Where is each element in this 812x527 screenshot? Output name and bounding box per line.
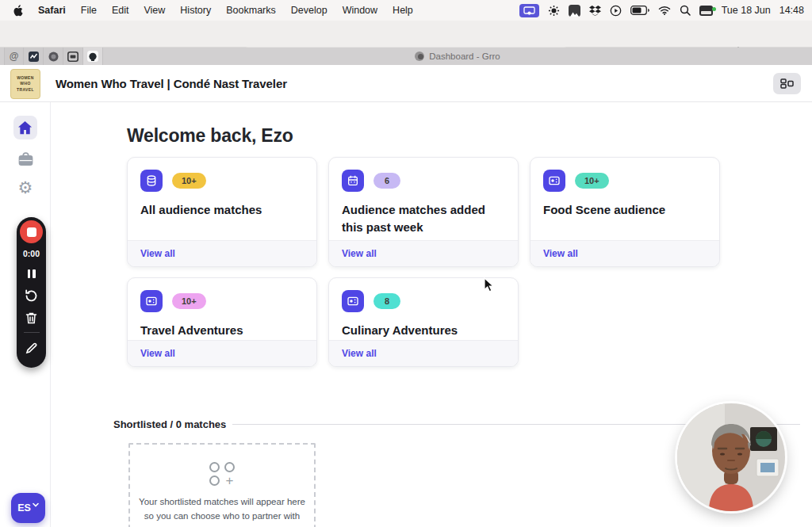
wifi-icon[interactable] [658,6,671,15]
settings-gear-icon[interactable] [548,5,560,17]
count-badge: 10+ [172,173,206,189]
pinned-tab-analytics[interactable] [24,48,44,65]
app-header: WOMEN WHO TRAVEL Women Who Travel | Cond… [0,65,812,102]
menu-bar-date[interactable]: Tue 18 Jun [722,5,771,16]
github-favicon [87,51,98,62]
user-menu-button[interactable]: ES [11,493,45,523]
view-all-link[interactable]: View all [342,348,377,359]
view-all-link[interactable]: View all [342,248,377,259]
capture-app-icon[interactable] [569,5,580,17]
status-dot [712,7,716,11]
menu-bar-clock[interactable]: 14:48 [779,5,804,16]
audience-card-icon [342,290,364,312]
screen: Safari File Edit View History Bookmarks … [0,0,812,527]
layout-grid-icon [780,78,794,89]
count-badge: 10+ [172,293,206,309]
screen-recorder-toolbar: 0:00 [17,217,46,368]
add-matches-icon: + [209,462,236,486]
view-all-link[interactable]: View all [543,248,578,259]
user-initials: ES [17,502,31,514]
card-all-audience-matches[interactable]: 10+ All audience matches View all [127,157,317,267]
menu-help[interactable]: Help [393,5,413,16]
at-favicon: @ [10,51,19,62]
trash-icon [25,311,37,324]
pinned-tab-at[interactable]: @ [4,48,24,65]
play-circle-icon[interactable] [610,5,622,17]
menu-view[interactable]: View [144,5,165,16]
screen-mirroring-icon[interactable] [519,4,539,17]
sidebar-item-settings[interactable]: ⚙ [13,175,37,199]
layout-toggle-button[interactable] [773,73,801,94]
dropbox-icon[interactable] [589,6,601,16]
menu-safari[interactable]: Safari [38,5,66,16]
restart-recording-button[interactable] [25,288,38,303]
database-icon [140,170,163,192]
stop-icon [27,227,36,237]
sidebar-item-home[interactable] [13,116,37,139]
menu-edit[interactable]: Edit [112,5,129,16]
card-title: All audience matches [140,201,304,219]
logo-line: TRAVEL [17,87,34,94]
pause-icon [28,269,36,278]
pen-icon [25,342,37,354]
webcam-overlay[interactable] [677,403,785,511]
apple-logo-icon[interactable] [13,5,23,17]
women-who-travel-logo[interactable]: WOMEN WHO TRAVEL [10,69,40,99]
pinned-tab-circle-app[interactable] [44,48,63,65]
recording-timer: 0:00 [23,249,40,258]
annotate-button[interactable] [25,341,37,355]
card-footer: View all [329,340,518,366]
menu-bookmarks[interactable]: Bookmarks [226,5,276,16]
view-all-link[interactable]: View all [140,348,175,359]
card-footer: View all [128,240,316,266]
shortlist-empty-state: + Your shortlisted matches will appear h… [128,443,316,527]
count-badge: 8 [373,293,400,309]
active-tab-title: Dashboard - Grro [429,52,500,61]
card-food-scene-audience[interactable]: 10+ Food Scene audience View all [530,157,720,267]
home-icon [18,121,33,135]
logo-line: WOMEN [17,75,34,82]
screen-favicon [67,52,79,62]
chevron-icon [33,502,39,507]
card-matches-past-week[interactable]: 6 Audience matches added this past week … [328,157,519,267]
card-footer: View all [530,240,719,266]
audience-card-icon [140,290,163,312]
battery-icon[interactable] [630,6,649,15]
pause-recording-button[interactable] [28,266,36,281]
fast-user-switch-icon[interactable] [699,6,713,16]
circle-favicon [48,52,59,62]
menu-develop[interactable]: Develop [291,5,327,16]
sidebar-item-briefcase[interactable] [13,147,37,171]
menu-history[interactable]: History [180,5,211,16]
shortlist-heading: Shortlisted / 0 matches [113,418,226,430]
card-footer: View all [128,340,316,366]
safari-toolbar: grro.xyz [0,21,812,48]
pinned-tab-github[interactable] [83,48,103,65]
card-travel-adventures-audience[interactable]: 10+ Travel Adventures audience View all [127,277,317,367]
view-all-link[interactable]: View all [140,248,175,259]
grro-favicon [415,52,424,61]
audience-card-icon [543,170,565,192]
pinned-tab-screen-app[interactable] [63,48,83,65]
count-badge: 10+ [575,173,609,189]
empty-state-line2: so you can choose who to partner with [139,510,305,524]
delete-recording-button[interactable] [25,311,37,325]
briefcase-icon [18,152,33,166]
count-badge: 6 [373,173,400,189]
stop-recording-button[interactable] [20,220,43,243]
analytics-favicon [29,52,39,62]
spotlight-search-icon[interactable] [680,5,691,16]
menu-window[interactable]: Window [343,5,377,16]
logo-line: WHO [20,81,30,87]
calendar-icon [342,170,364,192]
card-footer: View all [329,240,518,266]
active-tab[interactable]: Dashboard - Grro [103,48,812,65]
page-title: Women Who Travel | Condé Nast Traveler [56,65,287,102]
mouse-cursor [484,277,496,296]
empty-state-line1: Your shortlisted matches will appear her… [139,495,305,510]
tab-strip: @ Dashboard - Grro [0,48,812,65]
card-title: Audience matches added this past week [342,201,505,236]
welcome-heading: Welcome back, Ezo [127,125,293,147]
macos-menu-bar: Safari File Edit View History Bookmarks … [0,0,812,21]
menu-file[interactable]: File [81,5,97,16]
